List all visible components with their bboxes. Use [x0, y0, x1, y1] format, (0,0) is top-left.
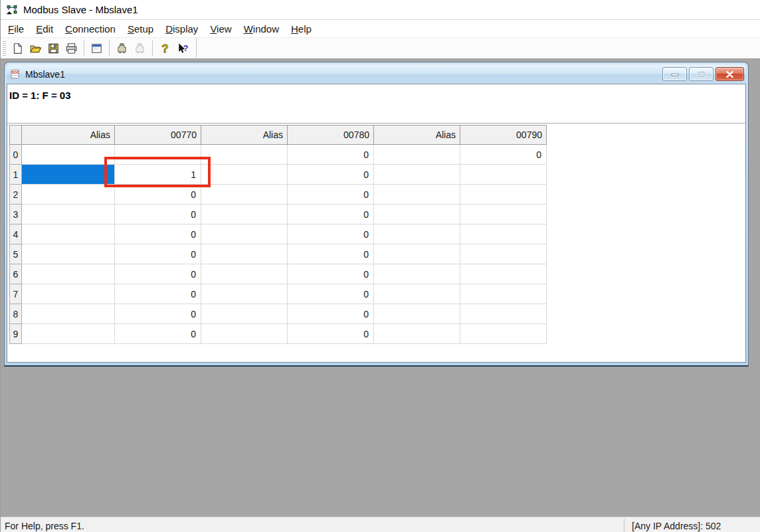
cell-r9-c4[interactable] — [374, 324, 460, 344]
restore-button[interactable] — [689, 67, 713, 81]
cell-r5-c4[interactable] — [374, 244, 460, 264]
device-connect-icon — [116, 43, 128, 54]
svg-text:DOC: DOC — [12, 70, 20, 74]
cell-r4-c1[interactable]: 0 — [115, 224, 201, 244]
cell-r3-c3[interactable]: 0 — [288, 205, 374, 224]
cell-r2-c1[interactable]: 0 — [115, 185, 201, 205]
row-header-2: 2 — [10, 185, 22, 205]
cell-r5-c0[interactable] — [22, 244, 115, 264]
cell-r6-c1[interactable]: 0 — [115, 264, 201, 284]
menu-item-file[interactable]: File — [2, 21, 30, 37]
context-help-button[interactable] — [174, 40, 192, 57]
window-display-icon — [90, 43, 103, 54]
save-floppy-icon — [47, 43, 60, 54]
cell-r1-c5[interactable] — [460, 165, 547, 185]
print-button[interactable] — [62, 40, 80, 57]
cell-r7-c0[interactable] — [22, 284, 115, 304]
cell-r6-c3[interactable]: 0 — [288, 264, 374, 284]
cell-r9-c5[interactable] — [460, 324, 547, 344]
cell-r7-c1[interactable]: 0 — [115, 284, 201, 304]
toolbar — [1, 38, 760, 59]
cell-r9-c1[interactable]: 0 — [115, 324, 201, 344]
cell-r1-c0[interactable] — [22, 165, 115, 185]
close-button[interactable] — [715, 67, 744, 81]
menu-item-connection[interactable]: Connection — [59, 21, 122, 37]
connection-setup-button[interactable] — [113, 40, 131, 57]
cell-r8-c0[interactable] — [22, 304, 115, 324]
cell-r2-c3[interactable]: 0 — [288, 185, 374, 205]
cell-r2-c5[interactable] — [460, 185, 547, 205]
cell-r2-c0[interactable] — [22, 185, 115, 205]
cell-r6-c2[interactable] — [201, 264, 288, 284]
menu-item-setup[interactable]: Setup — [122, 21, 159, 37]
cell-r0-c0[interactable] — [22, 145, 115, 165]
cell-r0-c2[interactable] — [201, 145, 288, 165]
cell-r9-c0[interactable] — [22, 324, 115, 344]
menu-item-edit[interactable]: Edit — [30, 21, 59, 37]
status-bar-divider — [624, 519, 624, 532]
minimize-button[interactable] — [662, 67, 687, 81]
display-setup-button[interactable] — [88, 40, 106, 57]
cell-r7-c2[interactable] — [201, 284, 288, 304]
cell-r1-c4[interactable] — [374, 165, 460, 185]
cell-r3-c4[interactable] — [374, 205, 460, 224]
cell-r4-c5[interactable] — [460, 224, 547, 244]
menu-item-window[interactable]: Window — [238, 21, 285, 37]
cell-r1-c1[interactable]: 1 — [115, 165, 201, 185]
cell-r8-c5[interactable] — [460, 304, 547, 324]
traffic-button — [131, 40, 149, 57]
cell-r5-c5[interactable] — [460, 244, 547, 264]
cell-r2-c4[interactable] — [374, 185, 460, 205]
column-header-00770: 00770 — [115, 126, 201, 145]
new-button[interactable] — [9, 40, 27, 57]
cell-r3-c5[interactable] — [460, 205, 547, 224]
cell-r1-c2[interactable] — [201, 165, 288, 185]
menu-item-display[interactable]: Display — [159, 21, 204, 37]
cell-r4-c4[interactable] — [374, 224, 460, 244]
cell-r2-c2[interactable] — [201, 185, 288, 205]
menu-item-help[interactable]: Help — [285, 21, 318, 37]
cell-r8-c1[interactable]: 0 — [115, 304, 201, 324]
cell-r3-c1[interactable]: 0 — [115, 205, 201, 224]
cell-r6-c5[interactable] — [460, 264, 547, 284]
cell-r6-c4[interactable] — [374, 264, 460, 284]
cell-r4-c3[interactable]: 0 — [288, 224, 374, 244]
context-help-icon — [177, 43, 189, 54]
cell-r7-c4[interactable] — [374, 284, 460, 304]
row-header-1: 1 — [10, 165, 22, 185]
cell-r7-c3[interactable]: 0 — [288, 284, 374, 304]
row-header-8: 8 — [10, 304, 22, 324]
cell-r1-c3[interactable]: 0 — [288, 165, 374, 185]
help-button[interactable] — [156, 40, 174, 57]
cell-r9-c2[interactable] — [201, 324, 288, 344]
cell-r5-c1[interactable]: 0 — [115, 244, 201, 264]
cell-r0-c5[interactable]: 0 — [460, 145, 547, 165]
cell-r4-c2[interactable] — [201, 224, 288, 244]
cell-r9-c3[interactable]: 0 — [288, 324, 374, 344]
save-button[interactable] — [45, 40, 62, 57]
mdi-client-area: DOC Mbslave1 ID = 1: F = 0 — [1, 59, 760, 517]
device-traffic-icon — [134, 43, 146, 54]
cell-r8-c2[interactable] — [201, 304, 288, 324]
open-button[interactable] — [27, 40, 45, 57]
grid-row-3: 300 — [10, 205, 547, 224]
cell-r5-c2[interactable] — [201, 244, 288, 264]
grid-row-5: 500 — [10, 244, 547, 264]
menu-item-view[interactable]: View — [204, 21, 237, 37]
cell-r3-c2[interactable] — [201, 205, 288, 224]
cell-r0-c4[interactable] — [374, 145, 460, 165]
cell-r8-c3[interactable]: 0 — [288, 304, 374, 324]
cell-r6-c0[interactable] — [22, 264, 115, 284]
grid-body: 000110200300400500600700800900 — [10, 145, 547, 344]
cell-r0-c3[interactable]: 0 — [288, 145, 374, 165]
cell-r5-c3[interactable]: 0 — [288, 244, 374, 264]
toolbar-gripper[interactable] — [3, 41, 6, 56]
cell-r3-c0[interactable] — [22, 205, 115, 224]
row-header-5: 5 — [10, 244, 22, 264]
cell-r8-c4[interactable] — [374, 304, 460, 324]
row-header-0: 0 — [10, 145, 22, 165]
cell-r7-c5[interactable] — [460, 284, 547, 304]
cell-r0-c1[interactable] — [115, 145, 201, 165]
cell-r4-c0[interactable] — [22, 224, 115, 244]
child-window-title-bar[interactable]: DOC Mbslave1 — [7, 64, 746, 84]
